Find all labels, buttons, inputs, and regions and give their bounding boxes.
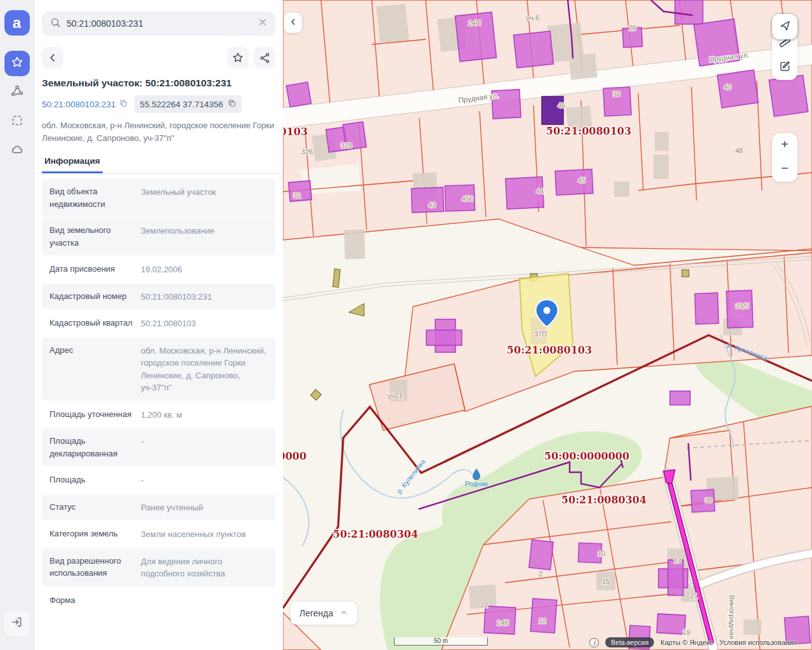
street-label: Виноградная	[728, 595, 736, 639]
info-row: Кадастровый номер50:21:0080103:231	[42, 284, 275, 310]
coordinates-chip[interactable]: 55.522264 37.714356	[134, 95, 241, 113]
cadastral-number-chip[interactable]: 50:21:0080103:231	[42, 98, 128, 110]
info-label: Кадастровый номер	[49, 290, 133, 303]
info-row: Площадь-	[42, 467, 275, 493]
quarter-label: 50:21:0080304	[333, 528, 418, 540]
info-value: -	[141, 474, 268, 487]
locate-icon	[778, 19, 792, 34]
select-area-icon	[10, 114, 24, 130]
info-row: Площадь уточненная1,200 кв. м	[42, 402, 275, 428]
chevron-left-icon	[289, 17, 298, 29]
rail-item-login[interactable]	[4, 611, 30, 636]
info-label: Дата присвоения	[49, 263, 133, 276]
info-row: Дата присвоения19.02.2006	[42, 256, 275, 282]
parcel-label: 37П	[534, 330, 547, 338]
nav-rail: a	[0, 0, 34, 650]
water-label: Родник	[465, 480, 488, 488]
info-label: Площадь уточненная	[49, 408, 133, 421]
map-attribution: i Beta-версия Карты © Яндекс Условия исп…	[589, 637, 797, 647]
parcel-label: 44	[536, 187, 544, 195]
info-label: Вид разрешенного использования	[49, 555, 133, 580]
map[interactable]: 50:21:008010350:21:008010350:21:00801035…	[283, 0, 812, 650]
search-icon	[49, 17, 62, 31]
parcel-label: 326	[301, 148, 313, 156]
info-icon[interactable]: i	[589, 638, 599, 647]
info-row: Категория земельЗемли населенных пунктов	[42, 521, 275, 547]
parcel-label: 328	[341, 142, 352, 149]
parcel-label: 46	[558, 102, 565, 109]
collapse-panel-button[interactable]	[284, 13, 302, 33]
building-46	[542, 96, 563, 124]
info-value: 1,200 кв. м	[141, 408, 268, 421]
info-value: Земельный участок	[141, 185, 268, 210]
login-icon	[10, 615, 24, 632]
parcel-label: 2	[539, 570, 542, 578]
zoom-out-button[interactable]	[772, 157, 797, 182]
legend-button[interactable]: Легенда	[291, 602, 357, 625]
info-row: Вид объекта недвижимостиЗемельный участо…	[42, 179, 275, 216]
info-row: Площадь декларированная-	[42, 428, 275, 466]
parcel-label: 48	[735, 147, 743, 154]
yandex-copyright[interactable]: Карты © Яндекс	[660, 639, 713, 646]
info-label: Адрес	[49, 344, 133, 394]
info-label: Площадь декларированная	[49, 435, 133, 460]
parcel-label: 19	[683, 628, 690, 636]
zoom-in-button[interactable]	[772, 133, 797, 157]
parcel-label: 40	[724, 83, 731, 91]
copy-icon[interactable]	[119, 98, 128, 110]
parcel-label: 20	[629, 24, 636, 32]
search-box[interactable]	[42, 11, 275, 36]
edit-button[interactable]	[772, 56, 797, 80]
parcel-label: 38	[613, 90, 620, 98]
parcel-label: 39/5	[735, 302, 749, 310]
parcel-label: 22	[480, 601, 488, 609]
object-header	[34, 42, 283, 77]
app-logo[interactable]: a	[4, 10, 30, 36]
parcel-label: уч-6	[526, 14, 539, 22]
details-panel: Земельный участок: 50:21:0080103:231 50:…	[34, 0, 283, 650]
map-controls	[772, 14, 797, 199]
edit-icon	[778, 60, 792, 76]
zoom-group	[772, 133, 797, 182]
tab-information[interactable]: Информация	[42, 152, 103, 173]
terms-link[interactable]: Условия использования	[719, 639, 797, 646]
parcel-label: 10	[598, 550, 605, 557]
quarter-label: 50:00:0000000	[283, 450, 306, 462]
plus-icon	[779, 138, 790, 153]
rail-item-cloud[interactable]	[4, 138, 30, 164]
back-button[interactable]	[42, 47, 63, 69]
info-value: 50:21:0080103	[141, 317, 268, 330]
locate-button[interactable]	[772, 14, 797, 39]
clear-search-icon[interactable]	[258, 17, 268, 30]
info-label: Статус	[49, 501, 133, 514]
rail-item-select-area[interactable]	[4, 109, 30, 135]
info-label: Вид земельного участка	[49, 224, 133, 249]
parcel-label: 14П	[468, 19, 481, 27]
map-canvas: 50:21:008010350:21:008010350:21:00801035…	[283, 0, 812, 650]
favorite-button[interactable]	[227, 47, 249, 69]
info-row: Вид земельного участкаЗемлепользование	[42, 218, 275, 255]
search-input[interactable]	[67, 18, 252, 29]
info-row: Форма	[42, 588, 275, 613]
info-value: 50:21:0080103:231	[141, 290, 268, 303]
info-label: Вид объекта недвижимости	[49, 185, 133, 210]
copy-icon[interactable]	[227, 98, 237, 110]
scale-bar: 50 m	[394, 637, 488, 646]
geometry-icon	[10, 84, 24, 101]
info-value: -	[141, 435, 268, 460]
legend-label: Легенда	[299, 608, 333, 618]
info-table: Вид объекта недвижимостиЗемельный участо…	[34, 174, 283, 613]
coordinates-text: 55.522264 37.714356	[140, 100, 223, 109]
share-button[interactable]	[254, 47, 275, 69]
info-value: Земли населенных пунктов	[141, 527, 268, 541]
info-label: Форма	[49, 594, 133, 607]
parcel-label: уч21	[388, 392, 402, 399]
parcel-label: 24Б	[497, 619, 509, 627]
rail-item-favorites[interactable]	[4, 51, 30, 76]
parcel-label: 21	[690, 592, 698, 600]
tab-bar: Информация	[34, 152, 283, 174]
quarter-label: 50:21:0080304	[561, 494, 646, 506]
rail-item-geometry[interactable]	[4, 80, 30, 105]
parcel-label: 30	[705, 496, 712, 504]
info-label: Категория земель	[49, 527, 133, 541]
